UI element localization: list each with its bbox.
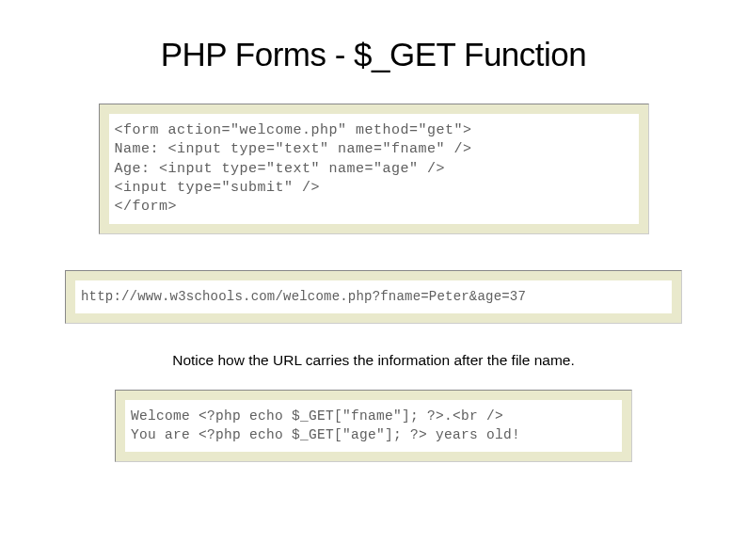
code-content-form: <form action="welcome.php" method="get">…: [109, 114, 639, 224]
code-block-output: Welcome <?php echo $_GET["fname"]; ?>.<b…: [115, 390, 632, 462]
notice-text: Notice how the URL carries the informati…: [0, 352, 747, 369]
code-block-url: http://www.w3schools.com/welcome.php?fna…: [65, 270, 682, 324]
code-content-url: http://www.w3schools.com/welcome.php?fna…: [75, 280, 672, 313]
slide-title: PHP Forms - $_GET Function: [0, 36, 747, 73]
code-block-form: <form action="welcome.php" method="get">…: [99, 104, 649, 234]
code-content-output: Welcome <?php echo $_GET["fname"]; ?>.<b…: [125, 400, 622, 452]
